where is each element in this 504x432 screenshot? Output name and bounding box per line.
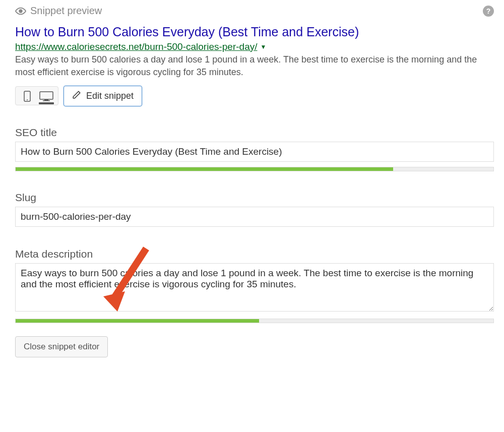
pencil-icon (72, 90, 81, 102)
svg-point-2 (27, 99, 28, 100)
snippet-actions: Edit snippet (15, 86, 494, 106)
svg-rect-4 (44, 99, 48, 100)
desktop-view-button[interactable] (39, 90, 54, 102)
meta-description-label: Meta description (15, 248, 494, 260)
edit-snippet-button[interactable]: Edit snippet (64, 86, 142, 106)
slug-label: Slug (15, 192, 494, 204)
mobile-view-button[interactable] (20, 90, 35, 102)
slug-input[interactable] (15, 207, 494, 227)
close-snippet-editor-label: Close snippet editor (24, 342, 99, 351)
slug-group: Slug (15, 192, 494, 227)
close-snippet-editor-button[interactable]: Close snippet editor (15, 336, 108, 357)
edit-snippet-label: Edit snippet (86, 91, 134, 101)
svg-rect-3 (40, 92, 53, 99)
preview-url[interactable]: https://www.caloriesecrets.net/burn-500-… (15, 41, 257, 52)
svg-rect-5 (43, 100, 50, 101)
header-title: Snippet preview (30, 5, 102, 17)
seo-title-label: SEO title (15, 127, 494, 139)
meta-description-progress-fill (16, 319, 259, 323)
preview-url-line: https://www.caloriesecrets.net/burn-500-… (15, 41, 494, 52)
meta-description-group: Meta description (15, 248, 494, 323)
seo-title-input[interactable] (15, 142, 494, 162)
seo-title-group: SEO title (15, 127, 494, 171)
header-left: Snippet preview (15, 5, 102, 17)
meta-description-input[interactable] (15, 263, 494, 312)
preview-title: How to Burn 500 Calories Everyday (Best … (15, 24, 494, 40)
device-toggle (15, 86, 58, 105)
chevron-down-icon[interactable]: ▼ (260, 43, 266, 50)
snippet-preview: How to Burn 500 Calories Everyday (Best … (15, 24, 494, 106)
svg-point-0 (19, 10, 22, 13)
header-row: Snippet preview ? (15, 5, 494, 17)
seo-title-progress (15, 167, 494, 171)
preview-description: Easy ways to burn 500 calories a day and… (15, 53, 494, 79)
meta-description-progress (15, 319, 494, 323)
help-icon[interactable]: ? (483, 6, 494, 17)
seo-title-progress-fill (16, 167, 393, 171)
eye-icon (15, 6, 26, 17)
